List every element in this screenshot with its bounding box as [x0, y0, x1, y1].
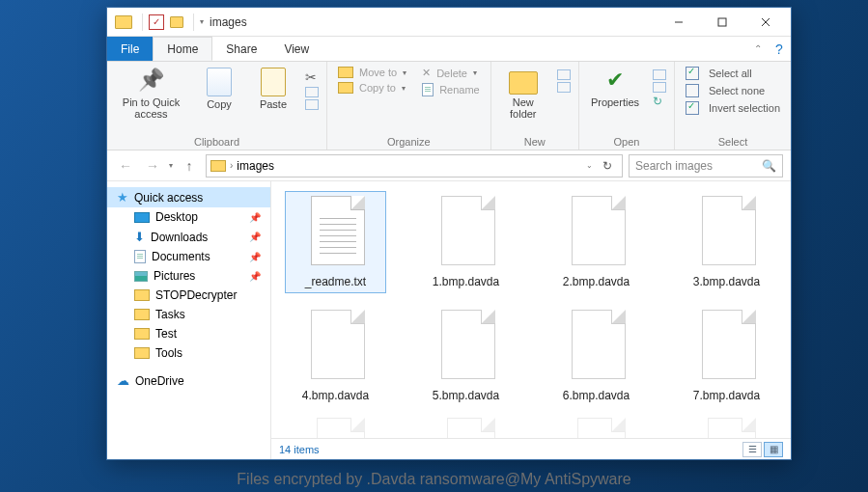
sidebar-item-desktop[interactable]: Desktop📌 — [107, 207, 270, 227]
search-icon: 🔍 — [762, 159, 776, 173]
paste-button[interactable]: Paste — [251, 66, 295, 112]
sidebar-item-downloads[interactable]: ⬇Downloads📌 — [107, 227, 270, 247]
file-name: 7.bmp.davda — [693, 389, 760, 402]
address-bar[interactable]: › images ⌄ ↻ — [206, 154, 623, 178]
sidebar-item-tasks[interactable]: Tasks — [107, 305, 270, 324]
sidebar-item-pictures[interactable]: Pictures📌 — [107, 266, 270, 286]
file-item[interactable] — [546, 413, 647, 438]
properties-qat-icon[interactable]: ✓ — [149, 14, 164, 30]
delete-button[interactable]: ✕Delete▾ — [419, 66, 483, 80]
copy-button[interactable]: Copy — [197, 66, 241, 112]
ribbon: Pin to Quick access Copy Paste ✂ Clipboa… — [107, 62, 791, 150]
paste-icon — [261, 68, 286, 96]
up-button[interactable]: ↑ — [179, 155, 200, 177]
open-icon[interactable] — [653, 69, 666, 80]
file-item[interactable] — [676, 413, 777, 438]
search-input[interactable]: Search images 🔍 — [629, 154, 783, 178]
file-name: 1.bmp.davda — [433, 275, 499, 288]
sidebar-item-documents[interactable]: Documents📌 — [107, 247, 270, 266]
back-button[interactable]: ← — [115, 155, 136, 177]
ribbon-tabs: File Home Share View ⌃ ? — [107, 37, 791, 62]
copy-to-button[interactable]: Copy to▾ — [335, 81, 409, 95]
qat-dropdown-icon[interactable]: ▾ — [200, 17, 204, 26]
new-folder-label: New folder — [503, 96, 544, 120]
sidebar-item-quick-access[interactable]: ★Quick access — [107, 187, 270, 207]
file-item[interactable]: 4.bmp.davda — [285, 305, 386, 407]
properties-label: Properties — [591, 96, 639, 108]
ribbon-group-new: New folder New — [491, 62, 579, 150]
file-item[interactable]: 7.bmp.davda — [676, 305, 777, 407]
rename-button[interactable]: Rename — [419, 82, 483, 97]
titlebar[interactable]: ✓ ▾ images — [107, 8, 791, 37]
navigation-sidebar[interactable]: ★Quick access Desktop📌 ⬇Downloads📌 Docum… — [107, 181, 271, 459]
new-folder-button[interactable]: New folder — [499, 66, 547, 122]
qat-separator — [193, 14, 194, 31]
folder-icon — [134, 289, 150, 301]
breadcrumb[interactable]: images — [237, 159, 274, 173]
file-item[interactable] — [415, 413, 517, 438]
properties-button[interactable]: ✔ Properties — [587, 66, 643, 110]
edit-icon[interactable] — [653, 82, 666, 93]
file-item[interactable]: _readme.txt — [285, 191, 386, 293]
file-item[interactable]: 1.bmp.davda — [415, 191, 517, 293]
file-pane[interactable]: _readme.txt 1.bmp.davda 2.bmp.davda 3.bm… — [271, 181, 791, 438]
tab-home[interactable]: Home — [153, 37, 212, 61]
close-button[interactable] — [743, 8, 787, 37]
refresh-icon[interactable]: ↻ — [597, 159, 618, 173]
pin-icon: 📌 — [249, 252, 261, 262]
details-view-button[interactable]: ☰ — [742, 442, 762, 457]
explorer-window: ✓ ▾ images File Home Share View ⌃ ? Pin … — [106, 7, 792, 460]
sidebar-item-tools[interactable]: Tools — [107, 343, 270, 363]
tab-file[interactable]: File — [107, 37, 153, 61]
status-bar: 14 items ☰ ▦ — [271, 438, 791, 459]
history-icon[interactable]: ↻ — [653, 95, 666, 108]
ribbon-group-select: Select all Select none Invert selection … — [675, 62, 791, 150]
paste-shortcut-icon[interactable] — [305, 99, 319, 110]
maximize-button[interactable] — [700, 8, 743, 37]
select-none-button[interactable]: Select none — [683, 83, 768, 98]
select-none-icon — [686, 84, 699, 97]
downloads-icon: ⬇ — [134, 230, 145, 244]
delete-icon: ✕ — [422, 67, 431, 79]
pin-to-quick-access-button[interactable]: Pin to Quick access — [115, 66, 187, 122]
file-name: 3.bmp.davda — [693, 275, 760, 288]
invert-selection-button[interactable]: Invert selection — [683, 100, 783, 116]
new-folder-icon — [509, 71, 538, 95]
file-item[interactable]: 2.bmp.davda — [546, 191, 647, 293]
easy-access-icon[interactable] — [557, 82, 571, 93]
tab-view[interactable]: View — [270, 37, 322, 61]
pin-icon: 📌 — [249, 271, 261, 282]
select-all-icon — [686, 67, 699, 80]
copy-path-icon[interactable] — [305, 87, 319, 97]
folder-icon — [115, 15, 132, 29]
file-item[interactable]: 6.bmp.davda — [546, 305, 647, 407]
help-icon[interactable]: ? — [768, 37, 791, 61]
icons-view-button[interactable]: ▦ — [764, 442, 783, 457]
folder-icon — [210, 160, 226, 172]
pin-label: Pin to Quick access — [119, 96, 183, 120]
navigation-bar: ← → ▾ ↑ › images ⌄ ↻ Search images 🔍 — [107, 150, 791, 181]
history-dropdown-icon[interactable]: ▾ — [169, 161, 173, 170]
pictures-icon — [134, 271, 148, 282]
chevron-right-icon: › — [230, 160, 233, 171]
file-item[interactable]: 5.bmp.davda — [415, 305, 517, 407]
file-item[interactable] — [285, 413, 386, 438]
sidebar-item-onedrive[interactable]: ☁OneDrive — [107, 370, 270, 391]
forward-button[interactable]: → — [142, 155, 163, 177]
sidebar-item-stopdecrypter[interactable]: STOPDecrypter — [107, 286, 270, 305]
svg-rect-1 — [718, 18, 726, 26]
rename-icon — [422, 83, 434, 96]
address-dropdown-icon[interactable]: ⌄ — [586, 161, 593, 170]
new-item-icon[interactable] — [557, 69, 571, 80]
sidebar-item-test[interactable]: Test — [107, 324, 270, 343]
minimize-button[interactable] — [657, 8, 700, 37]
collapse-ribbon-icon[interactable]: ⌃ — [748, 37, 768, 61]
image-caption: Files encrypted by .Davda ransomware@My … — [0, 471, 868, 488]
cut-icon[interactable]: ✂ — [305, 69, 319, 85]
ribbon-group-organize: Move to▾ Copy to▾ ✕Delete▾ Rename Organi… — [327, 62, 491, 150]
move-to-button[interactable]: Move to▾ — [335, 66, 409, 79]
pin-icon: 📌 — [249, 212, 261, 223]
select-all-button[interactable]: Select all — [683, 66, 755, 81]
file-item[interactable]: 3.bmp.davda — [676, 191, 777, 293]
tab-share[interactable]: Share — [212, 37, 270, 61]
